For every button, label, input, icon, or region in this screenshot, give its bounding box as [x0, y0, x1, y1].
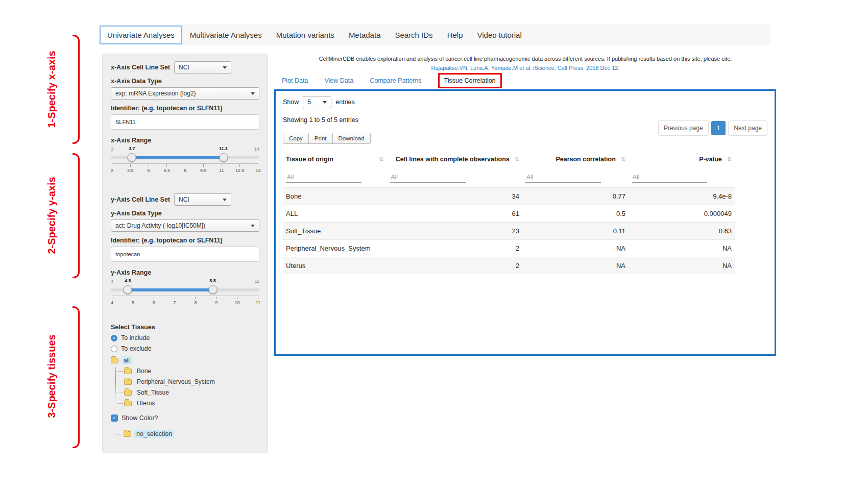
- filter-pearson-input[interactable]: [525, 172, 601, 183]
- cell-count: 2: [387, 257, 523, 275]
- show-color-checkbox[interactable]: ✓ Show Color?: [111, 414, 259, 422]
- annotation-bracket-1: [73, 35, 80, 144]
- citation: CellMinerCDB enables exploration and ana…: [276, 54, 775, 72]
- tissues-exclude-radio[interactable]: To exclude: [111, 345, 259, 352]
- tree-node-label: Soft_Tissue: [135, 388, 171, 397]
- filter-cell-lines-input[interactable]: [390, 172, 466, 183]
- slider-handle-high[interactable]: [208, 285, 217, 294]
- slider-to-label: 8.8: [209, 278, 216, 283]
- slider-tick: 9: [216, 297, 216, 305]
- tab-tissue-correlation[interactable]: Tissue Correlation: [438, 73, 502, 88]
- print-button[interactable]: Print: [308, 133, 333, 144]
- tab-view-data[interactable]: View Data: [324, 77, 353, 84]
- slider-tick: 5: [133, 297, 133, 305]
- export-buttons: Copy Print Download: [283, 133, 371, 144]
- slider-tick: 2: [112, 164, 112, 173]
- slider-min-label: 4: [111, 279, 113, 284]
- entries-per-page-select[interactable]: 5: [303, 96, 331, 108]
- x-axis-data-type-select[interactable]: exp: mRNA Expression (log2): [111, 87, 259, 100]
- data-tabs: Plot Data View Data Compare Patterns Tis…: [282, 73, 502, 88]
- next-page-button[interactable]: Next page: [728, 120, 767, 136]
- nav-tab-multivariate-analyses[interactable]: Multivariate Analyses: [183, 27, 269, 43]
- slider-max-label: 14: [254, 147, 259, 152]
- x-axis-range-slider[interactable]: 2 14 3.7 11.1 2 3.5 5 6.5 8 9.5 11 12.5 …: [111, 147, 259, 178]
- tab-compare-patterns[interactable]: Compare Patterns: [370, 77, 421, 84]
- folder-icon: [111, 358, 118, 363]
- table-header-row: Tissue of origin⇅ Cell lines with comple…: [283, 151, 735, 167]
- tissues-include-radio[interactable]: To include: [111, 334, 259, 341]
- download-button[interactable]: Download: [332, 133, 371, 144]
- folder-icon: [124, 401, 132, 406]
- x-axis-identifier-label: Identifier: (e.g. topotecan or SLFN11): [111, 105, 259, 112]
- sort-icon[interactable]: ⇅: [727, 156, 732, 163]
- slider-min-label: 2: [111, 147, 113, 152]
- column-header-pearson-correlation[interactable]: Pearson correlation⇅: [522, 151, 629, 167]
- sort-icon[interactable]: ⇅: [515, 156, 519, 163]
- nav-tab-search-ids[interactable]: Search IDs: [388, 27, 439, 43]
- y-axis-range-slider[interactable]: 4 11 4.8 8.8 4 5 6 7 8 9 10 11: [111, 279, 259, 310]
- x-axis-cell-line-set-select[interactable]: NCI: [174, 61, 231, 74]
- slider-track: [111, 288, 259, 291]
- copy-button[interactable]: Copy: [283, 133, 309, 144]
- folder-icon: [124, 369, 132, 374]
- y-axis-data-type-label: y-Axis Data Type: [111, 210, 259, 217]
- slider-handle-low[interactable]: [128, 153, 136, 162]
- top-nav: Univariate Analyses Multivariate Analyse…: [99, 25, 770, 45]
- previous-page-button[interactable]: Previous page: [658, 120, 709, 136]
- y-axis-cell-line-set-select[interactable]: NCI: [174, 193, 231, 206]
- column-header-tissue-of-origin[interactable]: Tissue of origin⇅: [283, 151, 387, 167]
- chevron-down-icon: [251, 92, 255, 95]
- folder-icon: [124, 431, 131, 437]
- table-row: Peripheral_Nervous_System 2 NA NA: [283, 240, 735, 257]
- tree-node-all[interactable]: all: [111, 356, 259, 364]
- exclude-radio-label: To exclude: [121, 345, 152, 352]
- slider-tick: 12.5: [239, 164, 240, 173]
- cell-p-value: 9.4e-8: [629, 188, 735, 205]
- slider-selected-range: [128, 288, 212, 291]
- slider-selected-range: [132, 156, 223, 159]
- x-axis-range-label: x-Axis Range: [111, 137, 259, 144]
- table-row: Soft_Tissue 23 0.11 0.63: [283, 223, 735, 240]
- slider-tick: 10: [237, 297, 237, 305]
- tree-node-soft-tissue[interactable]: Soft_Tissue: [124, 388, 259, 397]
- y-axis-data-type-select[interactable]: act: Drug Activity (-log10[IC50M]): [111, 219, 259, 232]
- y-axis-cell-line-set-label: y-Axis Cell Line Set: [111, 196, 170, 203]
- filter-p-value-input[interactable]: [632, 172, 707, 183]
- tissue-correlation-panel: Show 5 entries Showing 1 to 5 of 5 entri…: [274, 89, 776, 356]
- nav-tab-video-tutorial[interactable]: Video tutorial: [470, 27, 528, 43]
- chevron-down-icon: [223, 66, 227, 69]
- tree-node-uterus[interactable]: Uterus: [124, 399, 259, 407]
- column-header-cell-lines[interactable]: Cell lines with complete observations⇅: [387, 151, 523, 167]
- filter-tissue-input[interactable]: [286, 172, 361, 183]
- slider-tick: 11: [222, 164, 222, 173]
- column-header-p-value[interactable]: P-value⇅: [629, 151, 735, 167]
- x-axis-identifier-input[interactable]: [111, 114, 259, 130]
- cell-count: 23: [387, 223, 523, 240]
- tree-node-bone[interactable]: Bone: [124, 367, 259, 375]
- show-label: Show: [283, 99, 299, 106]
- page-number-button[interactable]: 1: [711, 121, 726, 135]
- y-axis-cell-line-set-value: NCI: [179, 196, 189, 203]
- annotation-bracket-2: [73, 153, 80, 278]
- slider-tick: 3.5: [130, 164, 131, 173]
- nav-tab-help[interactable]: Help: [441, 27, 470, 43]
- folder-icon: [124, 390, 132, 396]
- sort-icon[interactable]: ⇅: [379, 156, 383, 163]
- tree-node-peripheral-nervous-system[interactable]: Peripheral_Nervous_System: [124, 378, 259, 386]
- tree-node-no-selection[interactable]: no_selection: [124, 430, 259, 438]
- slider-handle-low[interactable]: [124, 285, 132, 294]
- sort-icon[interactable]: ⇅: [621, 156, 625, 163]
- nav-tab-univariate-analyses[interactable]: Univariate Analyses: [100, 26, 182, 44]
- slider-handle-high[interactable]: [219, 153, 228, 162]
- citation-link[interactable]: Rajapakse.VN, Luna.A, Yamade.M et al. iS…: [276, 63, 775, 72]
- select-tissues-title: Select Tissues: [111, 324, 259, 331]
- y-axis-identifier-input[interactable]: [111, 247, 259, 262]
- checkbox-checked-icon: ✓: [111, 414, 118, 422]
- tab-plot-data[interactable]: Plot Data: [282, 77, 308, 84]
- tree-node-label: Peripheral_Nervous_System: [135, 378, 217, 386]
- annotation-step3: 3-Specify tissues: [46, 315, 61, 437]
- nav-tab-mutation-variants[interactable]: Mutation variants: [270, 27, 341, 43]
- cell-count: 61: [387, 205, 523, 223]
- nav-tab-metadata[interactable]: Metadata: [342, 27, 388, 43]
- page: 1-Specify x-axis 2-Specify y-axis 3-Spec…: [0, 0, 868, 488]
